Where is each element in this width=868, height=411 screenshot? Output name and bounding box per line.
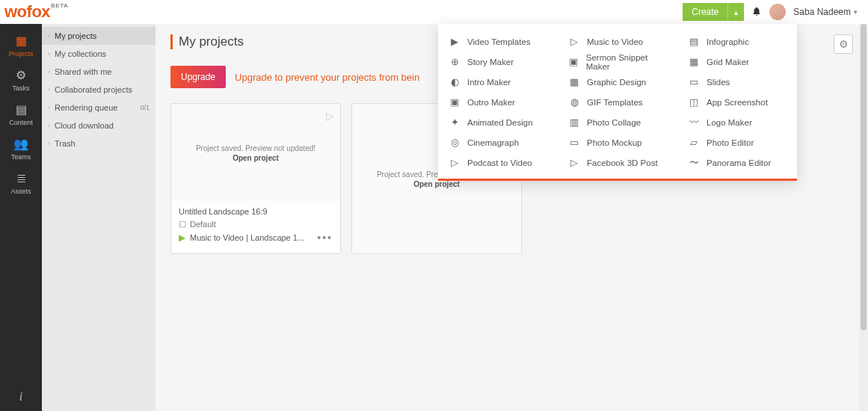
mega-item-video-templates[interactable]: ▶Video Templates [449, 31, 547, 52]
collage-icon: ▥ [568, 117, 580, 128]
rail-item-assets[interactable]: ≣ Assets [0, 166, 42, 200]
sidebar-item-trash[interactable]: ›Trash [42, 135, 156, 152]
rail-item-projects[interactable]: ▦ Projects [0, 28, 42, 63]
mega-item-podcast-to-video[interactable]: ▷Podcast to Video [449, 152, 547, 173]
mega-item-sermon-snippet[interactable]: ▣Sermon Snippet Maker [568, 52, 667, 72]
mega-item-intro-maker[interactable]: ◐Intro Maker [449, 72, 547, 92]
chevron-down-icon: ▾ [854, 8, 858, 16]
cinemagraph-icon: ◎ [449, 137, 461, 148]
mega-item-photo-collage[interactable]: ▥Photo Collage [568, 112, 667, 132]
settings-button[interactable]: ⚙ [834, 34, 853, 54]
info-icon[interactable]: i [19, 390, 22, 404]
mega-label: Graphic Design [587, 78, 646, 87]
rail-label-tasks: Tasks [12, 84, 29, 92]
create-button[interactable]: Create [683, 3, 727, 21]
rail-item-teams[interactable]: 👥 Teams [0, 132, 42, 166]
open-project-link[interactable]: Open project [233, 154, 279, 162]
mega-label: Panorama Editor [707, 158, 771, 167]
brand-logo[interactable]: wofoxBETA [4, 2, 68, 22]
rail-label-projects: Projects [9, 50, 34, 58]
left-rail: ▦ Projects ⚙ Tasks ▤ Content 👥 Teams ≣ A… [0, 24, 42, 411]
mega-label: App Screenshot [707, 98, 768, 107]
sidebar-label: Shared with me [55, 67, 111, 76]
mega-label: Story Maker [467, 58, 514, 67]
mega-label: Sermon Snippet Maker [586, 53, 667, 71]
mega-item-infographic[interactable]: ▤Infographic [688, 31, 787, 52]
chevron-right-icon: › [48, 32, 50, 40]
mega-item-animated-design[interactable]: ✦Animated Design [449, 112, 547, 132]
mega-label: Outro Maker [467, 98, 515, 107]
rail-label-content: Content [9, 119, 33, 126]
sidebar-item-cloud[interactable]: ›Cloud download [42, 117, 156, 135]
mega-item-panorama-editor[interactable]: 〜Panorama Editor [688, 152, 787, 173]
folder-name: Default [190, 220, 216, 229]
rail-item-tasks[interactable]: ⚙ Tasks [0, 63, 42, 97]
top-bar-right: Create ▴ Saba Nadeem ▾ [683, 3, 858, 21]
mega-label: Music to Video [587, 37, 643, 46]
sidebar: ›My projects ›My collections ›Shared wit… [42, 24, 156, 411]
mega-item-slides[interactable]: ▭Slides [688, 72, 787, 92]
sidebar-item-shared[interactable]: ›Shared with me [42, 63, 156, 81]
user-menu[interactable]: Saba Nadeem ▾ [793, 7, 858, 17]
mega-item-story-maker[interactable]: ⊕Story Maker [449, 52, 547, 72]
mega-item-gif-templates[interactable]: ◍GIF Templates [568, 92, 667, 112]
sidebar-label: My collections [55, 49, 106, 58]
facebook-3d-icon: ▷ [568, 157, 580, 168]
assets-icon: ≣ [16, 171, 26, 185]
open-project-link[interactable]: Open project [413, 180, 460, 188]
mega-label: Cinemagraph [467, 138, 519, 147]
logo-maker-icon: 〰 [688, 117, 700, 128]
sidebar-item-my-collections[interactable]: ›My collections [42, 45, 156, 63]
podcast-icon: ▷ [449, 157, 461, 168]
mega-item-app-screenshot[interactable]: ◫App Screenshot [688, 92, 787, 112]
mega-label: Intro Maker [467, 78, 511, 87]
sidebar-label: Rendering queue [55, 103, 117, 112]
mega-col-1: ▶Video Templates ⊕Story Maker ◐Intro Mak… [438, 31, 558, 173]
play-icon: ▶ [179, 232, 185, 243]
mega-label: GIF Templates [587, 98, 643, 107]
brand-beta: BETA [51, 2, 68, 9]
mega-label: Podcast to Video [467, 158, 532, 167]
mega-label: Animated Design [467, 118, 533, 127]
chevron-right-icon: › [48, 140, 50, 147]
sidebar-label: Trash [55, 139, 76, 148]
sidebar-item-my-projects[interactable]: ›My projects [42, 27, 156, 45]
project-title: Untitled Landscape 16:9 [179, 207, 333, 216]
notifications-icon[interactable] [751, 6, 762, 19]
project-card[interactable]: ▷ Project saved. Preview not updated! Op… [170, 103, 341, 254]
app-screenshot-icon: ◫ [688, 96, 700, 108]
create-dropdown-caret[interactable]: ▴ [727, 3, 744, 21]
intro-maker-icon: ◐ [449, 76, 461, 87]
vertical-scrollbar[interactable] [859, 24, 868, 411]
mega-item-photo-mockup[interactable]: ▭Photo Mockup [568, 132, 667, 152]
folder-icon: ▢ [179, 219, 186, 229]
mega-item-facebook-3d[interactable]: ▷Facebook 3D Post [568, 152, 667, 173]
card-preview: ▷ Project saved. Preview not updated! Op… [171, 104, 340, 201]
sermon-snippet-icon: ▣ [568, 56, 579, 67]
rail-item-content[interactable]: ▤ Content [0, 97, 42, 132]
mega-item-graphic-design[interactable]: ▦Graphic Design [568, 72, 667, 92]
mega-label: Slides [707, 78, 730, 87]
sidebar-item-collab[interactable]: ›Collaborated projects [42, 81, 156, 99]
mega-item-photo-editor[interactable]: ▱Photo Editor [688, 132, 787, 152]
mega-label: Facebook 3D Post [587, 158, 658, 167]
mega-item-cinemagraph[interactable]: ◎Cinemagraph [449, 132, 547, 152]
scrollbar-thumb[interactable] [861, 24, 867, 330]
chevron-right-icon: › [48, 122, 50, 129]
rail-label-assets: Assets [10, 188, 31, 195]
more-menu-icon[interactable]: ••• [317, 232, 333, 244]
music-to-video-icon: ▷ [568, 36, 580, 47]
mega-item-grid-maker[interactable]: ▦Grid Maker [688, 52, 787, 72]
mega-item-logo-maker[interactable]: 〰Logo Maker [688, 112, 787, 132]
mega-item-outro-maker[interactable]: ▣Outro Maker [449, 92, 547, 112]
sidebar-item-rendering[interactable]: ›Rendering queue0/1 [42, 99, 156, 117]
brand-name: wofox [4, 2, 50, 21]
mega-label: Photo Mockup [587, 138, 642, 147]
user-avatar[interactable] [769, 4, 786, 20]
tasks-icon: ⚙ [16, 68, 26, 82]
mega-label: Grid Maker [707, 58, 749, 67]
mega-label: Logo Maker [707, 118, 752, 127]
upgrade-button[interactable]: Upgrade [170, 66, 226, 88]
mega-label: Photo Collage [587, 118, 641, 127]
mega-item-music-to-video[interactable]: ▷Music to Video [568, 31, 667, 52]
